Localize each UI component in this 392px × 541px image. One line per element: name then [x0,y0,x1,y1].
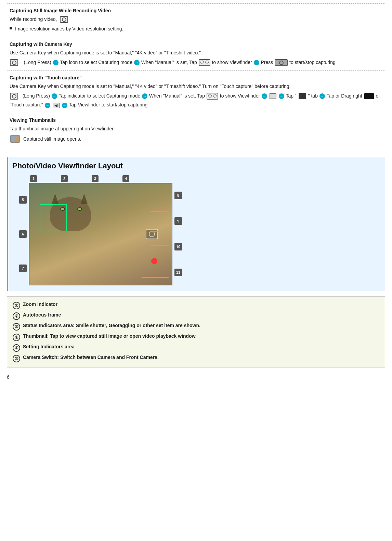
thumbnail-image-icon [10,135,20,143]
section-body-still: While recording video, Image resolution … [10,15,382,33]
text-tap-thumbnail: Tap thumbnail image at upper right on Vi… [10,125,382,132]
list-item-2: ② Autofocus frame [13,311,379,321]
camera-icon-still [60,16,68,23]
circle-num-5: ⑤ [13,344,20,352]
arrow-tc-6: → [45,103,50,108]
section-touch-capture: Capturing with "Touch capture" Use Camer… [7,70,385,113]
cam-icon-tc2 [207,93,218,100]
viewfinder-title: Photo/Video Viewfinder Layout [12,162,381,170]
vf-top-labels: 1 2 3 4 [19,175,129,182]
section-camera-key: Capturing with Camera Key Use Camera Key… [7,37,385,70]
bullet-icon [10,27,12,29]
text-captured-opens: Captured still image opens. [23,135,81,143]
viewfinder-mockup [29,183,172,285]
text-tc-drag: Tap or Drag right [326,93,362,99]
text-touch-intro: Use Camera Key when Capturing mode is se… [10,82,382,90]
thumbnail-result: Captured still image opens. [10,135,382,143]
list-item-4: ④ Thumbnail: Tap to view captured still … [13,332,379,343]
list-item-5: ⑤ Setting Indicators area [13,343,379,353]
text-tc-viewfinder: to show Viewfinder [220,93,260,99]
text-press: Press [261,60,273,65]
arrow-tc-1: → [52,93,57,99]
touch-capture-instructions: (Long Press) → Tap indicator to select C… [10,92,382,100]
section-body-touch: Use Camera Key when Capturing mode is se… [10,82,382,109]
arrow-tc-5: → [319,93,325,99]
vf-label-3: 3 [92,175,99,182]
vf-label-10: 10 [174,243,182,250]
section-body-camera-key: Use Camera Key when Capturing mode is se… [10,49,382,66]
cam-icon-2 [199,59,210,66]
vf-indicator-9 [150,231,169,232]
text-camera-key-intro: Use Camera Key when Capturing mode is se… [10,49,382,56]
vf-cam-button [146,229,158,239]
section-title-thumbs: Viewing Thumbnails [10,117,382,123]
vf-label-9: 9 [174,217,182,225]
arrow-icon-3: → [254,60,259,65]
vf-indicator-8 [150,211,169,212]
text-while-recording: While recording video, [10,16,58,22]
text-long-press-1: (Long Press) [24,60,51,65]
list-text-5: Setting Indicators area [23,344,75,349]
section-title-touch: Capturing with "Touch capture" [10,75,382,80]
cam-icon-3 [275,59,288,66]
touch-capture-line2: "Touch capture" → ◀ → Tap Viewfinder to … [10,101,382,108]
arrow-tc-2: → [142,93,147,99]
text-start-stop: to start/stop capturing [289,60,336,65]
dark-sq-icon [299,93,306,99]
section-title-camera-key: Capturing with Camera Key [10,41,382,47]
text-tc-tab: Tap " [286,93,296,99]
list-text-4: Thumbnail: Tap to view captured still im… [23,333,197,339]
list-item-6: ⑥ Camera Switch: Switch between Camera a… [13,353,379,364]
vf-label-2: 2 [61,175,68,182]
section-capturing-still-image: Capturing Still Image While Recording Vi… [7,3,385,37]
vf-left-labels: 5 6 7 [19,183,27,285]
bullet-text-resolution: Image resolution varies by Video resolut… [15,25,123,33]
text-tc-manual: When "Manual" is set, Tap [149,93,205,99]
viewfinder-layout-section: Photo/Video Viewfinder Layout 1 2 3 4 5 … [7,157,385,291]
section-body-thumbs: Tap thumbnail image at upper right on Vi… [10,125,382,143]
vf-indicator-10 [150,245,169,246]
dark-sq-icon-2 [364,93,374,99]
viewfinder-container: 1 2 3 4 5 6 7 [19,175,381,285]
circle-num-6: ⑥ [13,355,20,362]
list-item-3: ③ Status Indicators area: Smile shutter,… [13,321,379,332]
vf-label-5: 5 [19,196,27,204]
viewfinder-items-list: ① Zoom indicator ② Autofocus frame ③ Sta… [7,296,385,368]
list-text-1: Zoom indicator [23,301,57,307]
page-number: 6 [7,374,385,380]
circle-num-3: ③ [13,323,20,331]
text-tc-indicator: Tap indicator to select Capturing mode [58,93,140,99]
grid-icon [270,93,276,99]
text-of: of [376,93,380,99]
cam-icon-tc1 [10,93,18,100]
section-title-still: Capturing Still Image While Recording Vi… [10,8,382,13]
back-icon: ◀ [53,103,60,108]
list-text-6: Camera Switch: Switch between Camera and… [23,355,159,360]
list-text-2: Autofocus frame [23,312,61,318]
text-tap-icon: Tap icon to select Capturing mode [60,60,132,65]
focus-box [40,204,67,231]
circle-num-1: ① [13,302,20,309]
vf-label-8: 8 [174,192,182,199]
circle-num-2: ② [13,312,20,320]
text-when-manual: When "Manual" is set, Tap [141,60,197,65]
vf-label-4: 4 [122,175,129,182]
camera-key-instructions: (Long Press) → Tap icon to select Captur… [10,59,382,66]
cam-icon-1 [10,59,18,66]
vf-zoom-line [142,277,169,278]
vf-label-7: 7 [19,265,27,272]
arrow-tc-7: → [62,103,67,108]
vf-label-11: 11 [174,269,182,276]
circle-num-4: ④ [13,334,20,341]
text-tc-tab2: " tab [308,93,318,99]
text-tc-long-press: (Long Press) [23,93,50,99]
cat-eye-right [77,207,82,211]
list-text-3: Status Indicators area: Smile shutter, G… [23,323,200,328]
list-item-1: ① Zoom indicator [13,300,379,311]
text-to-show: to show Viewfinder [212,60,252,65]
arrow-tc-3: → [262,93,267,99]
text-tc-final: Tap Viewfinder to start/stop capturing [69,102,147,107]
arrow-icon-1: → [53,60,58,65]
vf-record-dot [151,258,157,264]
vf-right-labels: 8 9 10 11 [174,183,182,285]
